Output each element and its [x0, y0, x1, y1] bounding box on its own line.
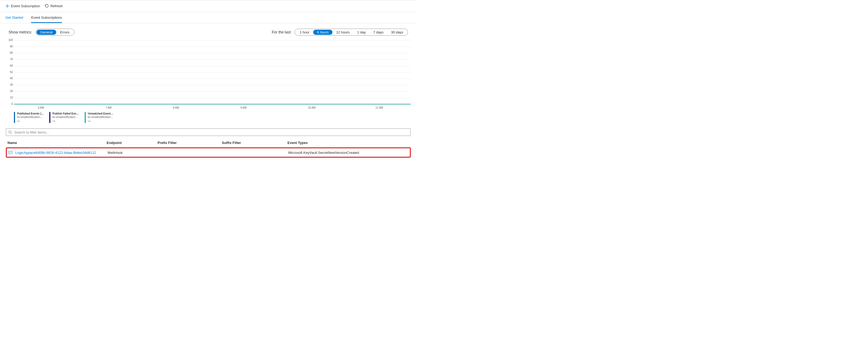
legend-item[interactable]: Publish Failed Event…kv-emailnotificatio…: [49, 112, 82, 123]
cell-event-types: Microsoft.KeyVault.SecretNewVersionCreat…: [288, 151, 408, 155]
legend-series-value: --: [17, 119, 44, 122]
svg-rect-1: [8, 151, 12, 154]
chart-gridline: 80: [14, 53, 411, 53]
timerange-option-1day[interactable]: 1 day: [353, 30, 369, 35]
chart-gridline: 20: [14, 91, 411, 92]
chart-ytick-label: 100: [6, 39, 13, 41]
legend-series-source: kv-emailnotification…: [53, 115, 79, 119]
timerange-option-30days[interactable]: 30 days: [387, 30, 407, 35]
legend-series-source: kv-emailnotification…: [88, 115, 115, 119]
legend-series-name: Unmatched Events (Sum): [88, 112, 115, 115]
legend-series-value: --: [88, 119, 115, 122]
tab-bar: Get Started Event Subscriptions: [0, 12, 416, 23]
timerange-toggle: 1 hour 6 hours 12 hours 1 day 7 days 30 …: [295, 29, 408, 36]
legend-series-name: Published Events (Sum): [17, 112, 44, 115]
command-bar: Event Subscription Refresh: [0, 0, 416, 12]
chart-ytick-label: 40: [6, 77, 13, 80]
col-header-name: Name: [7, 141, 106, 145]
metrics-option-errors[interactable]: Errors: [56, 30, 73, 35]
refresh-label: Refresh: [50, 4, 63, 8]
legend-color-swatch: [49, 112, 50, 123]
chart-xtick-label: 6 AM: [38, 106, 38, 109]
filter-search-box[interactable]: [6, 129, 411, 136]
chart-ytick-label: 30: [6, 83, 13, 86]
timerange-option-7days[interactable]: 7 days: [369, 30, 387, 35]
add-event-subscription-label: Event Subscription: [11, 4, 40, 8]
plus-icon: [5, 4, 9, 8]
legend-series-source: kv-emailnotification…: [17, 115, 44, 119]
filter-search-input[interactable]: [14, 130, 408, 135]
table-header-row: Name Endpoint Prefix Filter Suffix Filte…: [6, 139, 411, 147]
tab-get-started[interactable]: Get Started: [5, 13, 23, 23]
cell-endpoint: WebHook: [107, 151, 158, 155]
chart-ytick-label: 10: [6, 96, 13, 99]
show-metrics-label: Show metrics:: [8, 30, 32, 34]
chart-gridline: 90: [14, 46, 411, 47]
legend-item[interactable]: Unmatched Events (Sum)kv-emailnotificati…: [85, 112, 117, 123]
subscription-name: LogicAppace6409b-8628-4122-b4aa-8b4ec04d…: [15, 151, 96, 155]
chart-ytick-label: 0: [6, 103, 13, 105]
col-header-suffix: Suffix Filter: [222, 141, 287, 145]
legend-color-swatch: [85, 112, 86, 123]
chart-gridline: 10: [14, 98, 411, 98]
chart-xtick-label: 9 AM: [241, 106, 241, 109]
add-event-subscription-button[interactable]: Event Subscription: [5, 4, 40, 8]
metrics-toggle: General Errors: [35, 29, 74, 36]
metrics-chart: 0102030405060708090100 6 AM7 AM8 AM9 AM1…: [6, 40, 411, 123]
chart-ytick-label: 50: [6, 71, 13, 74]
legend-color-swatch: [14, 112, 15, 123]
svg-point-0: [9, 131, 11, 133]
chart-ytick-label: 60: [6, 64, 13, 67]
chart-gridline: 30: [14, 85, 411, 85]
metrics-control: Show metrics: General Errors: [8, 29, 74, 36]
legend-series-value: --: [53, 119, 79, 122]
tab-event-subscriptions[interactable]: Event Subscriptions: [31, 13, 62, 23]
timerange-option-12hours[interactable]: 12 hours: [333, 30, 353, 35]
chart-gridline: 100: [14, 40, 411, 40]
chart-ytick-label: 70: [6, 58, 13, 61]
chart-ytick-label: 20: [6, 90, 13, 93]
col-header-prefix: Prefix Filter: [157, 141, 222, 145]
timerange-control: For the last: 1 hour 6 hours 12 hours 1 …: [272, 29, 408, 36]
chart-ytick-label: 90: [6, 45, 13, 48]
search-icon: [8, 130, 12, 134]
refresh-icon: [45, 4, 49, 8]
legend-item[interactable]: Published Events (Sum)kv-emailnotificati…: [14, 112, 46, 123]
subscription-link[interactable]: LogicAppace6409b-8628-4122-b4aa-8b4ec04d…: [8, 150, 107, 155]
chart-xtick-label: 10 AM: [308, 106, 308, 109]
refresh-button[interactable]: Refresh: [45, 4, 63, 8]
timerange-option-6hours[interactable]: 6 hours: [313, 30, 332, 35]
timerange-option-1hour[interactable]: 1 hour: [296, 30, 313, 35]
legend-series-name: Publish Failed Event…: [53, 112, 79, 115]
col-header-eventtypes: Event Types: [287, 141, 409, 145]
col-header-endpoint: Endpoint: [106, 141, 157, 145]
event-subscription-icon: [8, 150, 12, 155]
chart-xtick-label: 7 AM: [105, 106, 106, 109]
timerange-label: For the last:: [272, 30, 292, 34]
subscriptions-table: Name Endpoint Prefix Filter Suffix Filte…: [6, 139, 411, 157]
metrics-option-general[interactable]: General: [36, 30, 56, 35]
chart-ytick-label: 80: [6, 51, 13, 54]
table-row[interactable]: LogicAppace6409b-8628-4122-b4aa-8b4ec04d…: [6, 147, 411, 157]
chart-series-line: [14, 104, 411, 104]
chart-gridline: 40: [14, 78, 411, 79]
